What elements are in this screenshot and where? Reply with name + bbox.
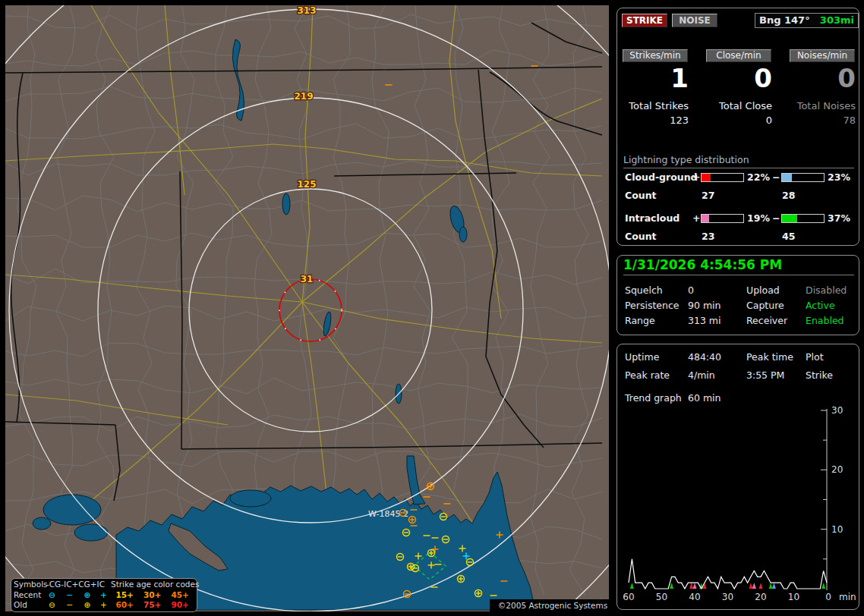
- trend-graph-label: Trend graph: [625, 392, 682, 404]
- legend-row-name: Old: [14, 600, 43, 611]
- svg-text:219: 219: [294, 91, 313, 102]
- legend-strike-symbol: ⊖: [43, 600, 61, 611]
- noise-button[interactable]: NOISE: [672, 14, 717, 27]
- persistence-label: Persistence: [625, 300, 680, 311]
- total-close-value: 0: [705, 115, 772, 126]
- storm-cell-label: W-1845 2: [368, 509, 408, 519]
- legend-age-code: 60+: [111, 600, 139, 611]
- upload-status: Disabled: [806, 284, 847, 296]
- trend-panel: Uptime 484:40 Peak time Plot Peak rate 4…: [616, 344, 859, 610]
- peak-rate-row: Peak rate 4/min 3:55 PM Strike: [617, 369, 860, 382]
- svg-text:30: 30: [831, 405, 843, 416]
- bearing-label: Bng 147°: [759, 14, 810, 27]
- legend-strike-symbol: ⊕: [78, 600, 96, 611]
- svg-text:313: 313: [297, 5, 316, 16]
- cg-positive-pct: 22%: [747, 171, 770, 183]
- intracloud-label: Intracloud: [625, 212, 680, 224]
- total-noises-value: 78: [789, 115, 856, 126]
- legend-col-neg-cg: -CG: [46, 580, 61, 590]
- total-noises-label: Total Noises: [789, 100, 856, 112]
- cg-count-row: Count 27 28: [617, 190, 860, 202]
- ic-count-row: Count 23 45: [617, 231, 860, 243]
- map-canvas[interactable]: 31321912531W-1845 2: [5, 5, 609, 611]
- status-row: Squelch 0 Upload Disabled: [617, 284, 860, 297]
- uptime-row: Uptime 484:40 Peak time Plot: [617, 351, 860, 363]
- bearing-distance: 303mi: [820, 14, 854, 27]
- legend-col-neg-ic: -IC: [61, 580, 71, 590]
- cg-negative-count: 28: [782, 190, 795, 201]
- app-window: { "map": { "ring_labels": [ {"text":"313…: [0, 0, 864, 616]
- legend-row-name: Recent: [14, 590, 43, 601]
- legend-old-row: Old⊖−⊕+60+75+90+: [14, 600, 194, 611]
- cg-negative-bar: [781, 173, 825, 182]
- trend-window-value: 60 min: [688, 392, 721, 404]
- plot-mode-value: Strike: [806, 369, 833, 381]
- svg-text:10: 10: [788, 592, 799, 602]
- cg-negative-pct: 23%: [828, 171, 850, 183]
- strikes-per-min-button[interactable]: Strikes/min: [623, 49, 688, 62]
- close-per-min-button[interactable]: Close/min: [706, 49, 771, 62]
- copyright-text: ©2005 Astrogenic Systems: [490, 599, 616, 612]
- cg-positive-count: 27: [702, 190, 714, 201]
- range-value: 313 mi: [688, 315, 721, 326]
- datetime-display: 1/31/2026 4:54:56 PM: [623, 257, 854, 275]
- legend-symbols-label: Symbols: [14, 580, 46, 590]
- legend-strike-symbol: +: [96, 590, 112, 601]
- peak-rate-label: Peak rate: [625, 369, 670, 381]
- legend-age-code: 45+: [166, 590, 194, 601]
- legend-strike-symbol: ⊖: [43, 590, 61, 601]
- counters-panel: STRIKE NOISE Bng 147° 303mi Strikes/min …: [616, 8, 859, 246]
- svg-text:40: 40: [689, 592, 700, 602]
- minus-sign: −: [772, 171, 780, 183]
- legend-strike-symbol: −: [61, 600, 78, 611]
- legend-age-code: 30+: [139, 590, 167, 601]
- legend-strike-symbol: −: [61, 590, 78, 601]
- legend-age-code: 75+: [139, 600, 167, 611]
- total-strikes-label: Total Strikes: [622, 100, 689, 112]
- status-row: Range 313 mi Receiver Enabled: [617, 315, 860, 327]
- ic-negative-count: 45: [782, 231, 795, 242]
- legend-header-row: Symbols -CG -IC +CG +IC Strike age color…: [14, 580, 194, 590]
- legend-col-pos-cg: +CG: [71, 580, 90, 590]
- legend-strike-symbol: +: [96, 600, 112, 611]
- svg-text:0: 0: [825, 592, 831, 602]
- upload-label: Upload: [746, 284, 780, 296]
- legend-recent-row: Recent⊖−⊕+15+30+45+: [14, 590, 194, 601]
- strike-button[interactable]: STRIKE: [622, 14, 667, 27]
- noises-per-min-value: 0: [789, 63, 856, 93]
- svg-text:60: 60: [623, 592, 634, 602]
- trend-graph-row: Trend graph 60 min: [617, 392, 860, 404]
- minus-sign: −: [772, 212, 780, 224]
- peak-time-value: 3:55 PM: [746, 369, 784, 381]
- receiver-label: Receiver: [746, 315, 787, 326]
- uptime-value: 484:40: [688, 351, 721, 363]
- ic-positive-bar: [701, 214, 744, 223]
- legend-age-code: 15+: [111, 590, 139, 601]
- svg-text:10: 10: [831, 524, 843, 535]
- map-legend: Symbols -CG -IC +CG +IC Strike age color…: [11, 578, 197, 612]
- svg-text:30: 30: [722, 592, 733, 602]
- trend-graph-chart: 1020306050403020100min: [617, 405, 859, 608]
- status-row: Persistence 90 min Capture Active: [617, 300, 860, 312]
- persistence-value: 90 min: [688, 300, 721, 311]
- count-label: Count: [625, 190, 657, 201]
- legend-age-title: Strike age color codes: [105, 580, 199, 590]
- bearing-box: Bng 147° 303mi: [755, 13, 859, 28]
- noises-per-min-button[interactable]: Noises/min: [790, 49, 855, 62]
- legend-strike-symbol: ⊕: [78, 590, 96, 601]
- svg-text:min: min: [839, 592, 856, 602]
- range-label: Range: [625, 315, 655, 326]
- receiver-status: Enabled: [806, 315, 844, 326]
- ic-positive-count: 23: [702, 231, 714, 242]
- ic-positive-pct: 19%: [747, 212, 770, 224]
- squelch-value: 0: [688, 284, 694, 296]
- plus-sign: +: [692, 171, 700, 183]
- count-label: Count: [625, 231, 657, 242]
- plot-label: Plot: [806, 351, 824, 363]
- status-panel: 1/31/2026 4:54:56 PM Squelch 0 Upload Di…: [616, 255, 859, 335]
- lightning-map[interactable]: 31321912531W-1845 2: [5, 5, 609, 611]
- legend-age-code: 90+: [166, 600, 194, 611]
- svg-text:20: 20: [755, 592, 766, 602]
- ic-negative-pct: 37%: [828, 212, 850, 224]
- peak-rate-value: 4/min: [688, 369, 715, 381]
